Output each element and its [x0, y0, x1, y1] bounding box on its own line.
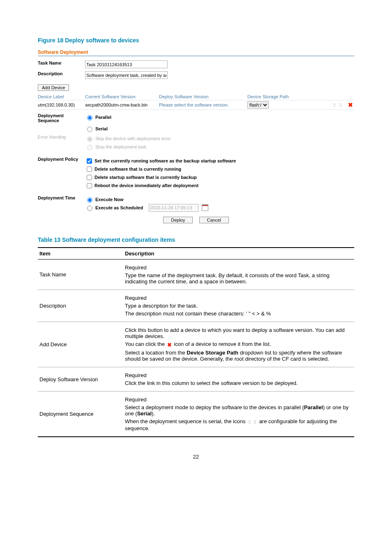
- execute-scheduled-label: Execute as Scheduled: [95, 204, 143, 212]
- software-deployment-panel: Task Name Description Add Device Device …: [38, 60, 354, 224]
- panel-title: Software Deployment: [38, 49, 354, 56]
- stop-task-label: Stop the deployment task: [95, 143, 146, 151]
- col-deploy-sw: Deploy Software Version: [159, 94, 247, 99]
- device-label-value: utm(192.168.0.30): [38, 102, 85, 107]
- col-storage-path: Device Storage Path: [247, 94, 297, 99]
- task-name-label: Task Name: [38, 60, 83, 65]
- policy-reboot-label: Reboot the device immediately after depl…: [95, 181, 198, 190]
- item-deployment-sequence: Deployment Sequence: [38, 392, 123, 437]
- calendar-icon[interactable]: [202, 204, 208, 211]
- row-deployment-sequence: Deployment Sequence Required Select a de…: [38, 392, 354, 437]
- item-deploy-sw: Deploy Software Version: [38, 367, 123, 392]
- serial-label: Serial: [95, 125, 108, 133]
- row-add-device: Add Device Click this button to add a de…: [38, 322, 354, 367]
- task-name-input[interactable]: [85, 60, 168, 68]
- policy-backup-checkbox[interactable]: [87, 158, 92, 164]
- item-description: Description: [38, 290, 123, 322]
- col-current-sw: Current Software Version: [85, 94, 159, 99]
- skip-error-radio: [87, 137, 92, 142]
- device-table-header: Device Label Current Software Version De…: [38, 93, 354, 100]
- execute-now-radio[interactable]: [87, 197, 92, 203]
- storage-path-select[interactable]: flash:/: [247, 101, 269, 109]
- move-up-icon[interactable]: ⇧: [332, 102, 337, 108]
- remove-x-icon: ✖: [167, 342, 172, 348]
- description-label: Description: [38, 71, 83, 76]
- policy-backup-label: Set the currently running software as th…: [95, 157, 236, 165]
- row-deploy-sw: Deploy Software Version Required Click t…: [38, 367, 354, 392]
- select-software-link[interactable]: Please select the software version.: [159, 102, 247, 107]
- remove-device-icon[interactable]: ✖: [347, 102, 354, 108]
- deployment-policy-label: Deployment Policy: [38, 157, 83, 162]
- device-row: utm(192.168.0.30) secpath2000utm-cmw-bac…: [38, 100, 354, 110]
- add-device-button[interactable]: Add Device: [38, 84, 69, 91]
- row-description: Description Required Type a description …: [38, 290, 354, 322]
- policy-delete-backup-checkbox[interactable]: [87, 175, 92, 180]
- schedule-time-input: [149, 204, 198, 212]
- page-number: 22: [38, 454, 354, 460]
- stop-task-radio: [87, 145, 92, 150]
- item-add-device: Add Device: [38, 322, 123, 367]
- execute-now-label: Execute Now: [95, 195, 123, 204]
- up-down-icons: ⇧⇩: [247, 419, 258, 425]
- th-item: Item: [38, 248, 123, 260]
- th-desc: Description: [123, 248, 354, 260]
- error-handling-label: Error Handing: [38, 134, 83, 139]
- deployment-sequence-label: Deployment Sequence: [38, 113, 83, 123]
- parallel-radio[interactable]: [87, 115, 92, 121]
- policy-delete-running-label: Delete software that is currently runnin…: [95, 165, 181, 173]
- deployment-time-label: Deployment Time: [38, 195, 83, 200]
- item-task-name: Task Name: [38, 260, 123, 290]
- execute-scheduled-radio[interactable]: [87, 206, 92, 211]
- policy-delete-running-checkbox[interactable]: [87, 167, 92, 172]
- skip-error-label: Skip the device with deployment error: [95, 134, 171, 143]
- current-sw-value: secpath2000utm-cmw-back.bin: [85, 102, 159, 107]
- policy-reboot-checkbox[interactable]: [87, 183, 92, 188]
- description-input[interactable]: [85, 71, 168, 79]
- policy-delete-backup-label: Delete startup software that is currentl…: [95, 173, 197, 181]
- figure-caption: Figure 18 Deploy software to devices: [38, 37, 354, 44]
- config-table: Item Description Task Name Required Type…: [38, 247, 354, 437]
- col-device-label: Device Label: [38, 94, 85, 99]
- move-down-icon[interactable]: ⇩: [338, 102, 343, 108]
- cancel-button[interactable]: Cancel: [199, 217, 229, 223]
- row-task-name: Task Name Required Type the name of the …: [38, 260, 354, 290]
- serial-radio[interactable]: [87, 127, 92, 132]
- parallel-label: Parallel: [95, 113, 111, 121]
- deploy-button[interactable]: Deploy: [163, 217, 193, 223]
- table-caption: Table 13 Software deployment configurati…: [38, 236, 354, 243]
